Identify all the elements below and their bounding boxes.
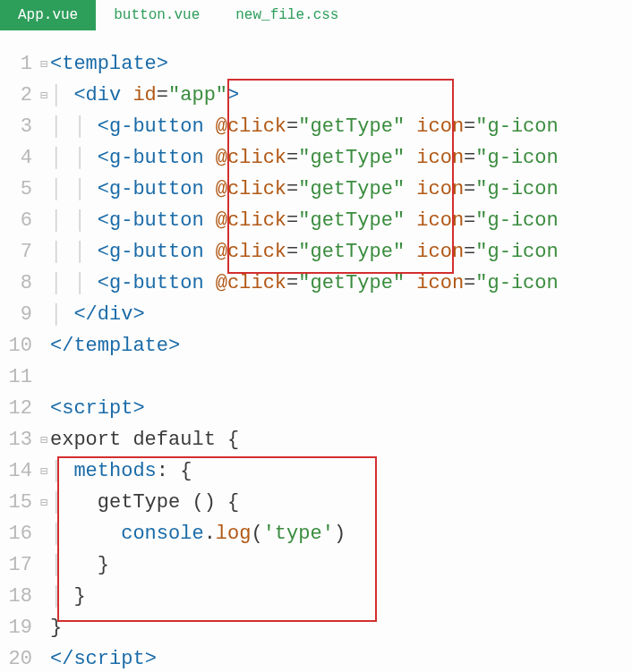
code-content: │ │ <g-button @click="getType" icon="g-i… (50, 115, 632, 138)
code-line[interactable]: 15 ⊟ │ getType () { (0, 487, 632, 518)
tab-button-vue[interactable]: button.vue (96, 0, 218, 30)
line-number: 1 (0, 53, 38, 75)
code-line[interactable]: 12 <script> (0, 393, 632, 424)
line-number: 6 (0, 209, 38, 232)
code-content: │ <div id="app"> (50, 84, 632, 106)
tab-bar: App.vue button.vue new_file.css (0, 0, 632, 30)
code-content: │ │ <g-button @click="getType" icon="g-i… (50, 178, 632, 200)
fold-marker[interactable]: ⊟ (38, 495, 50, 510)
line-number: 3 (0, 115, 38, 138)
code-content: │ } (50, 585, 632, 608)
code-content: <script> (50, 397, 632, 420)
line-number: 13 (0, 429, 38, 451)
line-number: 8 (0, 272, 38, 294)
code-line[interactable]: 16 │ console.log('type') (0, 518, 632, 549)
code-content: </template> (50, 335, 632, 357)
code-line[interactable]: 20 </script> (0, 643, 632, 672)
code-line[interactable]: 2 ⊟ │ <div id="app"> (0, 80, 632, 111)
code-line[interactable]: 1 ⊟ <template> (0, 48, 632, 80)
code-content: │ console.log('type') (50, 523, 632, 545)
fold-marker[interactable]: ⊟ (38, 88, 50, 103)
fold-marker[interactable]: ⊟ (38, 56, 50, 72)
code-content: │ </div> (50, 303, 632, 326)
fold-marker[interactable]: ⊟ (38, 432, 50, 447)
line-number: 17 (0, 554, 38, 576)
code-line[interactable]: 3 │ │ <g-button @click="getType" icon="g… (0, 111, 632, 142)
code-line[interactable]: 6 │ │ <g-button @click="getType" icon="g… (0, 205, 632, 236)
code-line[interactable]: 4 │ │ <g-button @click="getType" icon="g… (0, 142, 632, 174)
line-number: 7 (0, 241, 38, 263)
line-number: 20 (0, 648, 38, 670)
line-number: 4 (0, 147, 38, 169)
line-number: 9 (0, 303, 38, 326)
code-editor[interactable]: 1 ⊟ <template> 2 ⊟ │ <div id="app"> 3 │ … (0, 30, 632, 672)
code-content: </script> (50, 648, 632, 670)
code-line[interactable]: 14 ⊟ │ methods: { (0, 455, 632, 487)
code-line[interactable]: 18 │ } (0, 581, 632, 612)
code-line[interactable]: 13 ⊟ export default { (0, 424, 632, 455)
line-number: 11 (0, 366, 38, 388)
code-content: │ │ <g-button @click="getType" icon="g-i… (50, 272, 632, 294)
code-content: │ getType () { (50, 491, 632, 514)
code-line[interactable]: 19 } (0, 612, 632, 643)
line-number: 14 (0, 460, 38, 482)
code-content: │ │ <g-button @click="getType" icon="g-i… (50, 241, 632, 263)
tab-new-file-css[interactable]: new_file.css (218, 0, 356, 30)
code-content: export default { (50, 429, 632, 451)
line-number: 15 (0, 491, 38, 514)
code-content: <template> (50, 53, 632, 75)
code-line[interactable]: 10 </template> (0, 330, 632, 362)
line-number: 2 (0, 84, 38, 106)
line-number: 12 (0, 397, 38, 420)
code-content: │ │ <g-button @click="getType" icon="g-i… (50, 209, 632, 232)
code-line[interactable]: 8 │ │ <g-button @click="getType" icon="g… (0, 268, 632, 299)
code-content: │ │ <g-button @click="getType" icon="g-i… (50, 147, 632, 169)
line-number: 18 (0, 585, 38, 608)
line-number: 19 (0, 617, 38, 639)
code-content: │ methods: { (50, 460, 632, 482)
code-content: │ } (50, 554, 632, 576)
code-content: } (50, 617, 632, 639)
line-number: 5 (0, 178, 38, 200)
code-line[interactable]: 7 │ │ <g-button @click="getType" icon="g… (0, 236, 632, 268)
tab-app-vue[interactable]: App.vue (0, 0, 96, 30)
fold-marker[interactable]: ⊟ (38, 464, 50, 479)
line-number: 16 (0, 523, 38, 545)
code-line[interactable]: 11 (0, 362, 632, 393)
line-number: 10 (0, 335, 38, 357)
code-line[interactable]: 9 │ </div> (0, 299, 632, 330)
code-line[interactable]: 5 │ │ <g-button @click="getType" icon="g… (0, 174, 632, 205)
code-line[interactable]: 17 │ } (0, 549, 632, 581)
